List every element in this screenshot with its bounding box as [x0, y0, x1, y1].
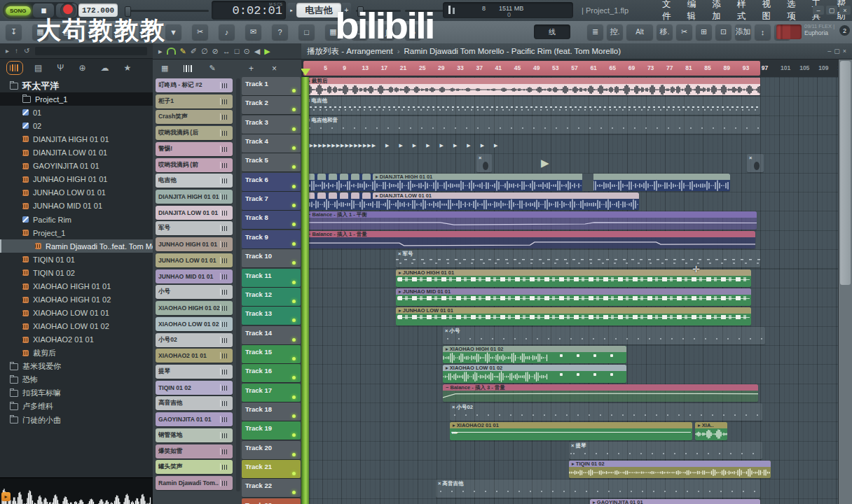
picker-tab-audio[interactable]	[184, 65, 193, 72]
add-track-icon[interactable]: +	[249, 64, 254, 74]
menu-样式[interactable]: 样式	[737, 0, 753, 22]
track-led[interactable]	[292, 89, 296, 92]
playlist-clip[interactable]: × 军号	[396, 250, 760, 267]
track-header[interactable]: Track 19	[242, 421, 301, 440]
track-led[interactable]	[292, 185, 296, 188]
picker-chip[interactable]: XIAOHAO HIGH 01 02	[156, 301, 233, 315]
speaker-icon[interactable]: ▶	[264, 48, 270, 55]
preview-icon[interactable]: ◀	[254, 48, 260, 55]
track-header[interactable]: Track 21	[242, 460, 301, 478]
playlist-clip[interactable]: ▸ XIAOHAO2 01 01▸▸▸	[450, 422, 692, 440]
track-led[interactable]	[292, 261, 296, 265]
track-led[interactable]	[292, 357, 296, 360]
playlist-clip[interactable]: × 小号	[443, 327, 765, 344]
browser-item[interactable]: XIAOHAO HIGH 01 01	[0, 280, 153, 293]
tab-files[interactable]: ▤	[34, 63, 42, 73]
menu-选项[interactable]: 选项	[787, 0, 802, 22]
record-audio-icon[interactable]: ♪	[219, 24, 235, 40]
track-header[interactable]: Track 13	[242, 307, 301, 325]
monitor-icon[interactable]: □	[298, 24, 315, 40]
track-header[interactable]: Track 6	[242, 173, 301, 191]
playlist-close-button[interactable]: ×	[843, 48, 846, 55]
playlist-clip[interactable]: ▸ XIAOHAO HIGH 01 02	[443, 346, 626, 363]
playlist-clip[interactable]: ▸ DIANJITA LOW 01 01	[305, 192, 639, 210]
alt-button[interactable]: Alt	[626, 24, 653, 40]
picker-chip[interactable]: 电吉他	[156, 174, 233, 188]
browser-item[interactable]: 环太平洋	[0, 79, 153, 92]
playlist-clip[interactable]: ▸ XIA..	[695, 422, 727, 440]
maximize-button[interactable]: ▢	[826, 6, 837, 15]
ctrl-button[interactable]: 控.	[607, 24, 623, 40]
picker-chip[interactable]: Crash笑声	[156, 110, 233, 124]
browser-item[interactable]: Project_1	[0, 92, 153, 106]
track-header[interactable]: Track 14	[242, 326, 301, 344]
browser-item[interactable]: TIQIN 01 01	[0, 253, 153, 266]
browser-item[interactable]: Ramin Djawadi To..feat. Tom Morello)	[0, 239, 153, 253]
browser-item[interactable]: 裁剪后	[0, 346, 153, 360]
stretch-icon[interactable]: ↔	[223, 48, 231, 55]
copy-icon[interactable]: ⊞	[696, 24, 712, 40]
picker-chip[interactable]: 高音吉他	[156, 396, 233, 410]
playlist-clip[interactable]: ~ Balance - 插入 1 - 音量	[305, 231, 755, 248]
track-led[interactable]	[292, 127, 296, 131]
picker-chip[interactable]: 罐头笑声	[156, 460, 233, 474]
undo-icon[interactable]: ↺	[24, 47, 29, 55]
track-led[interactable]	[292, 338, 296, 342]
browser-item[interactable]: 门徒的小曲	[0, 414, 153, 427]
playlist-clip[interactable]: × 电吉他和音	[305, 116, 760, 134]
paste-icon[interactable]: ⊡	[715, 24, 731, 40]
play-icon[interactable]: ▸	[6, 47, 9, 55]
track-led[interactable]	[292, 108, 296, 111]
add-button[interactable]: 添加	[735, 24, 751, 40]
brush-icon[interactable]: ✐	[191, 48, 197, 55]
move-button[interactable]: 移.	[657, 24, 673, 40]
track-led[interactable]	[292, 300, 296, 303]
browser-item[interactable]: 恐怖	[0, 373, 153, 386]
browser-item[interactable]: Pacific Rim	[0, 213, 153, 226]
notification-badge[interactable]: 2	[839, 25, 850, 36]
playlist-clip[interactable]: ▸ TIQIN 01 02	[569, 461, 771, 478]
perf-monitor-icon[interactable]: ≣	[587, 24, 603, 40]
browser-item[interactable]: XIAOHAO HIGH 01 02	[0, 293, 153, 307]
picker-chip[interactable]: DIANJITA LOW 01 01	[156, 206, 233, 220]
track-led[interactable]	[292, 146, 296, 150]
playlist-clip[interactable]: × 小号02	[450, 403, 762, 421]
browser-item[interactable]: Project_1	[0, 226, 153, 239]
browser-item[interactable]: JUNHAO LOW 01 01	[0, 186, 153, 200]
track-led[interactable]	[292, 242, 296, 246]
tab-audio[interactable]	[10, 64, 20, 71]
tab-favorites[interactable]: ★	[123, 63, 131, 73]
track-led[interactable]	[292, 223, 296, 226]
browser-item[interactable]: DIANJITA LOW 01 01	[0, 146, 153, 160]
track-led[interactable]	[292, 204, 296, 207]
track-header[interactable]: Track 5	[242, 153, 301, 172]
browser-item[interactable]: DIANJITA HIGH 01 01	[0, 132, 153, 146]
track-header[interactable]: Track 17	[242, 384, 301, 402]
menu-视图[interactable]: 视图	[762, 0, 778, 22]
track-led[interactable]	[292, 318, 296, 322]
tag-icon[interactable]: ✎	[180, 48, 186, 55]
play-icon[interactable]: ▸	[158, 48, 163, 55]
playlist-lanes[interactable]: ▸ 裁剪后× 电吉他× 电吉他和音▶▶▶▶▶▶▶▶▶▶▶▶▶▶▶▶▶▶▶▶▶▶▶…	[301, 77, 838, 504]
track-led[interactable]	[292, 281, 296, 284]
song-mode-toggle[interactable]: SONG	[6, 6, 31, 15]
picker-tab-patterns[interactable]: ▦	[161, 64, 168, 73]
track-header[interactable]: Track 7	[242, 192, 301, 210]
playlist-minimize-button[interactable]: –	[827, 48, 831, 55]
tool-mode-display[interactable]: 线	[534, 24, 570, 39]
picker-chip[interactable]: DIANJITA HIGH 01 01	[156, 190, 233, 204]
track-header[interactable]: Track 2	[242, 96, 301, 114]
picker-chip[interactable]: XIAOHAO2 01 01	[156, 349, 233, 363]
playlist-clip[interactable]: ×	[476, 154, 492, 172]
track-led[interactable]	[292, 433, 296, 437]
browser-item[interactable]: XIAOHAO2 01 01	[0, 333, 153, 346]
track-header[interactable]: Track 12	[242, 288, 301, 306]
playlist-maximize-button[interactable]: ▢	[834, 48, 840, 55]
browser-item[interactable]: GAOYINJITA 01 01	[0, 160, 153, 173]
minimize-button[interactable]: –	[813, 6, 824, 15]
track-header[interactable]: Track 8	[242, 211, 301, 229]
picker-chip[interactable]: 警惕!	[156, 142, 233, 156]
playlist-clip[interactable]: ▸ 裁剪后	[305, 78, 760, 95]
playlist-clip[interactable]: ~ Balance - 插入 1 - 平衡	[305, 211, 757, 229]
menu-添加[interactable]: 添加	[712, 0, 727, 22]
